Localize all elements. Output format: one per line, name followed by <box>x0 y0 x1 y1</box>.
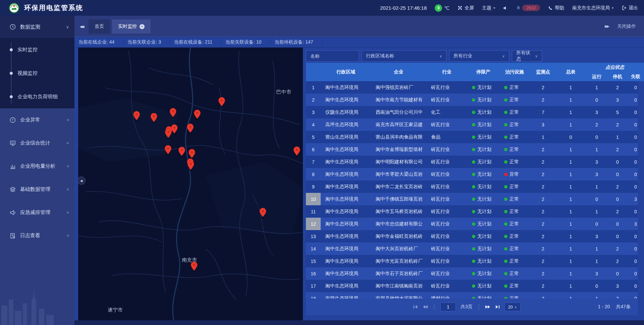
pagination-bar: 1 共3页 20 ∨ 1 - 20 共47条 <box>306 299 638 315</box>
row-number: 17 <box>306 280 321 292</box>
next-page-button[interactable] <box>485 305 490 309</box>
theme-dropdown[interactable]: 主题▾ <box>482 5 495 11</box>
prev-page-button[interactable] <box>423 305 428 309</box>
fullscreen-button[interactable]: 全屏 <box>458 5 474 11</box>
status-filter-select[interactable]: 所有状态 ∨ <box>512 50 542 62</box>
table-row[interactable]: 6阆中生态环境局阆中市金博瑞新型墙材砖瓦行业无计划正常21120 <box>306 143 638 156</box>
col-run[interactable]: 运行 <box>585 72 608 81</box>
col-offline[interactable]: 失联 <box>627 72 644 81</box>
last-page-button[interactable] <box>495 305 500 309</box>
chart-icon <box>9 163 16 170</box>
col-stop[interactable]: 停机 <box>608 72 627 81</box>
col-limit[interactable]: 停限产 <box>467 63 499 81</box>
sidebar-item-group[interactable]: 企业综合统计< <box>0 131 74 155</box>
close-operations-button[interactable]: 关闭操作 <box>617 23 636 30</box>
cell-meter-count: 1 <box>556 242 585 255</box>
table-row[interactable]: 7阆中生态环境局阆中明阳建材有限公司砖瓦行业无计划正常21300 <box>306 156 638 168</box>
table-row[interactable]: 16阆中生态环境局阆中市石子页岩机砖厂砖瓦行业无计划正常21300 <box>306 267 638 280</box>
tab-实时监控[interactable]: 实时监控× <box>112 19 151 34</box>
sidebar-nav: 数据监测∨实时监控视频监控企业电力负荷明细企业异常<企业综合统计<企业用电量分析… <box>0 16 74 325</box>
table-row[interactable]: 13阆中生态环境局阆中市金福旺页岩机砖砖瓦行业无计划正常21300 <box>306 230 638 242</box>
row-number: 4 <box>306 118 321 131</box>
user-org-dropdown[interactable]: 南充市生态环境局▾ <box>572 5 613 11</box>
sidebar-item-group[interactable]: 企业用电量分析< <box>0 155 74 178</box>
col-meter[interactable]: 总表 <box>556 63 585 81</box>
name-filter-input[interactable] <box>310 53 355 59</box>
page-size-select[interactable]: 20 ∨ <box>504 303 521 311</box>
col-company[interactable]: 企业 <box>371 63 426 81</box>
cell-run-count: 1 <box>585 143 608 156</box>
tab-首页[interactable]: 首页 <box>89 19 110 34</box>
row-number: 9 <box>306 180 321 193</box>
total-count-label: 共47条 <box>616 304 631 310</box>
cell-company: 阆中强锐页岩砖厂 <box>371 81 426 94</box>
sidebar-subitem[interactable]: 实时监控 <box>0 38 74 61</box>
row-number: 13 <box>306 230 321 242</box>
table-row[interactable]: 4高坪生态环境局南充市高坪区王家店建砖瓦行业无计划正常31220 <box>306 118 638 131</box>
sidebar-item-group[interactable]: 应急减排管理< <box>0 201 74 224</box>
sidebar-item-group[interactable]: 基础数据管理< <box>0 178 74 201</box>
table-row[interactable]: 10阆中生态环境局阆中千佛镇五郎垭页岩砖瓦行业无计划正常21003 <box>306 193 638 205</box>
cell-pollution-status: 正常 <box>499 180 530 193</box>
sidebar-subitem[interactable]: 视频监控 <box>0 61 74 85</box>
table-row[interactable]: 18南部生态环境局南部县驰华水泥有限公建材行业无计划正常21120 <box>306 292 638 299</box>
status-text: 无计划 <box>477 147 491 152</box>
table-row[interactable]: 14阆中生态环境局阆中大兴页岩机砖厂砖瓦行业无计划正常21120 <box>306 242 638 255</box>
col-point-status: 点位状态 <box>585 63 644 72</box>
cell-pollution-status: 正常 <box>499 218 530 230</box>
divider <box>479 304 479 310</box>
notification-count-badge: 2632 <box>522 5 540 11</box>
mute-button[interactable] <box>503 6 508 10</box>
name-filter[interactable] <box>306 50 359 62</box>
table-row[interactable]: 1阆中生态环境局阆中强锐页岩砖厂砖瓦行业无计划正常21120 <box>306 81 638 94</box>
logout-button[interactable]: 退出 <box>622 5 638 11</box>
status-dot-icon <box>504 98 507 102</box>
map-panel[interactable]: 巴中市南充市遂宁市 ◀ <box>78 48 303 320</box>
table-row[interactable]: 3仪陇生态环境局西南油气田分公司川中化工无计划正常71350 <box>306 106 638 118</box>
status-dot-icon <box>472 235 475 238</box>
page-number-input[interactable]: 1 <box>440 303 456 311</box>
notifications[interactable]: 2632 <box>516 5 540 11</box>
status-dot-icon <box>472 98 475 102</box>
sidebar-item-group[interactable]: 数据监测∨ <box>0 16 74 38</box>
cell-limit-status: 无计划 <box>467 242 499 255</box>
cell-industry: 砖瓦行业 <box>426 180 467 193</box>
tab-scroll-left-button[interactable]: ◀◀ <box>74 19 89 34</box>
cell-meter-count: 1 <box>556 267 585 280</box>
table-row[interactable]: 5营山生态环境局营山县润丰肉食品有限食品无计划正常10010 <box>306 131 638 143</box>
table-row[interactable]: 11阆中生态环境局阆中市五马桥页岩机砖砖瓦行业无计划正常21120 <box>306 205 638 218</box>
first-page-button[interactable] <box>413 305 418 309</box>
cell-limit-status: 无计划 <box>467 280 499 292</box>
sidebar-item-group[interactable]: 企业异常< <box>0 108 74 131</box>
cell-monitor-count: 2 <box>530 218 556 230</box>
industry-filter-select[interactable]: 所有行业 ∨ <box>449 50 509 62</box>
col-region[interactable]: 行政区域 <box>321 63 371 81</box>
table-row[interactable]: 9阆中生态环境局阆中市二龙长宝页岩砖砖瓦行业无计划正常21120 <box>306 180 638 193</box>
col-pollution[interactable]: 治污设施 <box>499 63 530 81</box>
table-row[interactable]: 2阆中生态环境局阆中市南方节能建材有砖瓦行业无计划正常21030 <box>306 94 638 106</box>
cell-company: 西南油气田分公司川中 <box>371 106 426 118</box>
stat-item: 当前停机设备: 147 <box>270 39 322 45</box>
cell-monitor-count: 2 <box>530 230 556 242</box>
col-monitor[interactable]: 监测点 <box>530 63 556 81</box>
sidebar-item-group[interactable]: 日志查看< <box>0 224 74 247</box>
cell-industry: 砖瓦行业 <box>426 242 467 255</box>
table-row[interactable]: 12阆中生态环境局阆中市忠信建材有限公砖瓦行业无计划正常21003 <box>306 218 638 230</box>
table-row[interactable]: 15阆中生态环境局阆中市光富页岩机砖厂砖瓦行业无计划正常21120 <box>306 255 638 267</box>
sidebar-subitem[interactable]: 企业电力负荷明细 <box>0 85 74 108</box>
status-text: 无计划 <box>477 295 491 299</box>
map-roads <box>78 48 303 320</box>
main-content: 巴中市南充市遂宁市 ◀ 行政区域名称 ∨ 所有行业 ∨ 所有状态 ∨ <box>74 48 644 320</box>
table-row[interactable]: 8阆中生态环境局阆中市枣碧大梁山页岩砖瓦行业无计划异常21300 <box>306 168 638 180</box>
cell-company: 南充市高坪区王家店建 <box>371 118 426 131</box>
cell-industry: 砖瓦行业 <box>426 230 467 242</box>
col-industry[interactable]: 行业 <box>426 63 467 81</box>
cell-company: 阆中市南方节能建材有 <box>371 94 426 106</box>
help-button[interactable]: 帮助 <box>548 5 564 11</box>
table-row[interactable]: 17阆中生态环境局阆中市江南镇阆南页岩砖瓦行业无计划正常21030 <box>306 280 638 292</box>
row-number: 6 <box>306 143 321 156</box>
cell-company: 阆中市枣碧大梁山页岩 <box>371 168 426 180</box>
tab-scroll-right-button[interactable]: ▶▶ <box>605 24 608 29</box>
close-icon[interactable]: × <box>140 24 145 29</box>
region-filter-select[interactable]: 行政区域名称 ∨ <box>362 50 446 62</box>
